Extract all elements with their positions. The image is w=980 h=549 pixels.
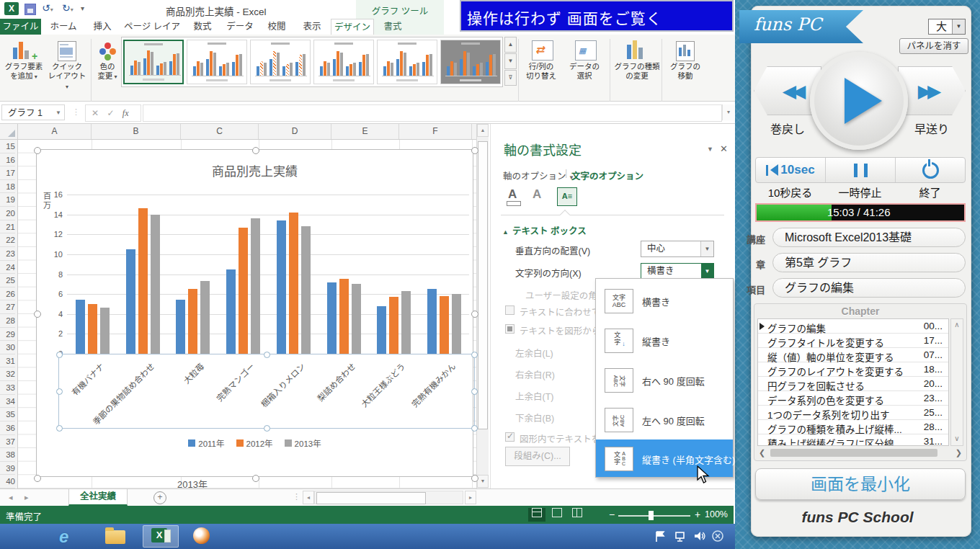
vertical-scrollbar[interactable]: ▲ ▼ [476,124,489,488]
columns-button[interactable]: 段組み(C)... [505,447,570,466]
row-header-16[interactable]: 16 [0,153,15,167]
close-icon[interactable]: ✕ [720,143,728,154]
bar-2012年-大粒苺[interactable] [188,289,197,354]
progress-bar[interactable]: 15:03 / 41:26 [755,203,966,222]
excel-taskbar-icon[interactable]: X [151,528,167,543]
chevron-down-icon[interactable]: ∨ [951,434,963,442]
bar-2012年-完熟マンゴー[interactable] [239,228,248,354]
chart-style-thumbnail-5[interactable] [377,40,437,84]
hscroll-left-icon[interactable]: ◂ [303,491,314,504]
zoom-in-icon[interactable]: + [695,509,700,520]
pause-button[interactable] [826,158,896,182]
column-header-E[interactable]: E [331,124,399,139]
column-header-C[interactable]: C [181,124,259,139]
bar-2013年-完熟マンゴー[interactable] [251,218,260,354]
bar-2011年-大粒苺[interactable] [176,300,185,354]
save-icon[interactable] [24,4,36,15]
axis-selection-handle[interactable] [56,388,63,395]
axis-selection-handle[interactable] [471,425,478,432]
tab-挿入[interactable]: 挿入 [86,19,119,35]
formula-bar-expand-icon[interactable]: ▾ [722,104,734,120]
row-header-26[interactable]: 26 [0,287,15,301]
bar-2012年-大粒王様ぶどう[interactable] [389,297,398,354]
bar-2013年-有機バナナ[interactable] [100,308,110,354]
selection-handle[interactable] [252,147,259,154]
column-header-B[interactable]: B [92,124,181,139]
sheet-tab-zenshajisseki[interactable]: 全社実績 [68,489,128,506]
row-header-25[interactable]: 25 [0,274,15,287]
chapter-list-item[interactable]: 縦（値）軸の単位を変更する07... [758,348,948,362]
textbox-icon[interactable]: A≡ [557,187,577,206]
panel-size-select[interactable]: 大▼ [928,19,966,35]
axis-selection-handle[interactable] [471,352,478,358]
selection-handle[interactable] [471,475,478,482]
chart-style-thumbnail-1[interactable] [123,40,184,84]
minimize-screen-button[interactable]: 画面を最小化 [755,468,966,500]
row-header-32[interactable]: 32 [0,367,15,381]
chapter-list-item[interactable]: 円グラフを回転させる20... [758,377,948,391]
chart-style-thumbnail-6[interactable] [440,40,501,84]
select-data-button[interactable]: ▦ データの 選択 [564,37,605,97]
chart-style-thumbnail-2[interactable] [187,40,247,84]
back-10sec-button[interactable]: 10sec [756,158,826,182]
tab-ページ レイアウト[interactable]: ページ レイアウト [121,19,183,35]
legend-item-2013年[interactable]: 2013年 [285,437,321,449]
column-header-A[interactable]: A [18,124,92,139]
column-header-F[interactable]: F [399,124,472,139]
row-header-20[interactable]: 20 [0,207,15,220]
gallery-up-button[interactable]: ▲ [504,37,517,53]
page-break-view-button[interactable] [569,508,586,522]
bar-2013年-季節の果物詰め合わせ[interactable] [151,215,160,354]
textbox-section-header[interactable]: ▲テキスト ボックス [502,223,587,237]
row-header-37[interactable]: 37 [0,435,15,449]
menu-item-横書き[interactable]: 文字ABC横書き [596,282,733,321]
row-header-33[interactable]: 33 [0,381,15,395]
tab-データ[interactable]: データ [222,19,258,35]
bar-2011年-完熟マンゴー[interactable] [226,269,236,354]
fast-forward-button[interactable]: ▶▶ [898,66,966,115]
zoom-slider-thumb[interactable] [649,511,654,520]
selection-handle[interactable] [34,475,41,482]
tab-text-options[interactable]: 文字のオプション [571,169,643,182]
formula-input[interactable] [143,104,722,122]
tab-デザイン[interactable]: デザイン [331,19,374,35]
column-header-D[interactable]: D [259,124,331,139]
bar-2011年-大粒王様ぶどう[interactable] [377,306,386,354]
tab-ホーム[interactable]: ホーム [43,19,84,35]
tab-表示[interactable]: 表示 [295,19,329,35]
row-header-39[interactable]: 39 [0,462,15,476]
horizontal-scrollbar[interactable] [314,491,463,504]
zoom-percentage[interactable]: 100% [705,509,728,519]
selection-handle[interactable] [34,311,41,318]
bar-2012年-梱箱入りメロン[interactable] [289,213,298,354]
vertical-alignment-select[interactable]: 中心▼ [641,241,714,257]
bar-2011年-梱箱入りメロン[interactable] [277,220,286,354]
chapter-list-item[interactable]: 積み上げ縦棒グラフに区分線31... [758,434,948,446]
file-explorer-icon[interactable] [105,530,125,544]
add-chart-element-button[interactable]: + グラフ要素 を追加 [3,37,45,97]
chevron-down-icon[interactable]: ▼ [952,19,965,34]
enter-icon[interactable]: ✓ [107,108,114,118]
sales-chart[interactable]: 商品別売上実績 百万 有機バナナ季節の果物詰め合わせ大粒苺完熟マンゴー梱箱入りメ… [36,149,473,477]
axis-selection-handle[interactable] [264,352,270,358]
switch-row-column-button[interactable]: ⇄ 行/列の 切り替え [520,37,562,97]
hscroll-right-icon[interactable]: ▸ [465,491,476,504]
selection-handle[interactable] [252,475,259,482]
chapter-list-item[interactable]: 1つのデータ系列を切り出す25... [758,406,948,420]
tab-数式[interactable]: 数式 [185,19,220,35]
tab-axis-options[interactable]: 軸のオプション ▼ [503,169,574,182]
bar-2013年-梨詰め合わせ[interactable] [352,284,361,354]
text-fill-icon[interactable]: A [508,187,517,202]
cancel-icon[interactable]: ✕ [92,108,99,118]
play-button[interactable] [810,52,908,150]
text-effects-icon[interactable]: A [533,187,541,202]
qat-customize-icon[interactable]: ▾ [81,4,84,12]
chapter-list-item[interactable]: グラフタイトルを変更する17... [758,334,948,348]
media-app-icon[interactable] [193,527,210,544]
chart-title[interactable]: 商品別売上実績 [37,161,473,179]
chart-style-thumbnail-3[interactable] [250,40,311,84]
redo-icon[interactable]: ↻▾ [62,2,74,14]
selection-handle[interactable] [471,311,478,318]
page-layout-view-button[interactable] [548,508,566,522]
row-header-29[interactable]: 29 [0,328,15,342]
